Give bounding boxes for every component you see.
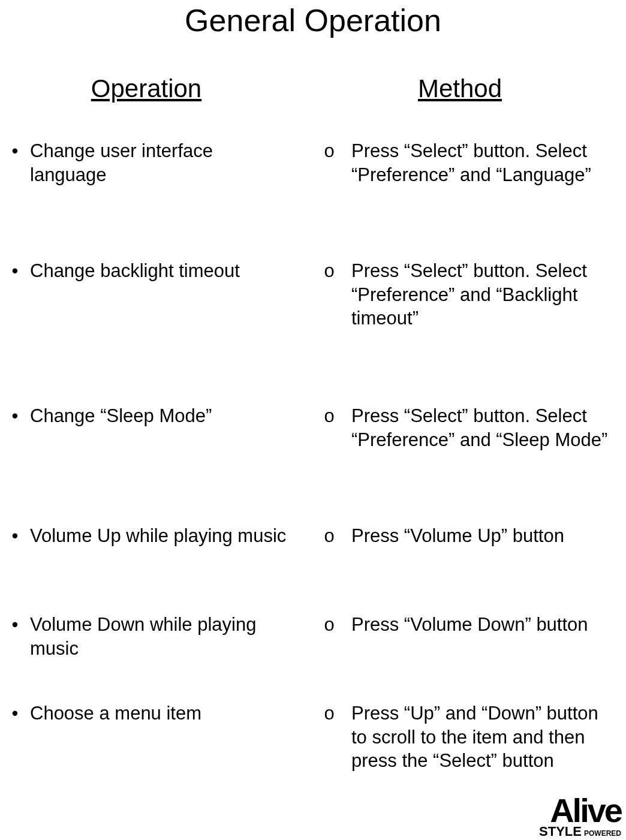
bullet-icon: • [0,701,30,821]
bullet-icon: • [0,139,30,237]
circle-bullet-icon: o [307,701,351,821]
list-item: o Press “Select” button. Select “Prefere… [307,259,613,383]
brand-style: STYLE [539,826,582,838]
circle-bullet-icon: o [307,524,351,591]
brand-powered: POWERED [584,830,621,837]
circle-bullet-icon: o [307,404,351,502]
list-item: o Press “Volume Down” button [307,613,613,680]
list-item: o Press “Select” button. Select “Prefere… [307,404,613,502]
list-item: o Press “Select” button. Select “Prefere… [307,139,613,237]
list-item: • Choose a menu item [0,701,293,821]
list-item: • Change user interface language [0,139,293,237]
brand-name: Alive [539,796,621,826]
operation-text: Volume Down while playing music [30,613,293,680]
operation-text: Change backlight timeout [30,259,293,383]
method-text: Press “Volume Up” button [351,524,613,591]
operation-text: Volume Up while playing music [30,524,293,591]
list-item: • Volume Down while playing music [0,613,293,680]
list-item: • Change backlight timeout [0,259,293,383]
circle-bullet-icon: o [307,259,351,383]
brand-logo: Alive STYLE POWERED [539,796,621,838]
bullet-icon: • [0,524,30,591]
circle-bullet-icon: o [307,139,351,237]
bullet-icon: • [0,259,30,383]
method-text: Press “Select” button. Select “Preferenc… [351,404,613,502]
bullet-icon: • [0,404,30,502]
method-text: Press “Volume Down” button [351,613,613,680]
operation-text: Choose a menu item [30,701,293,821]
page-title: General Operation [0,2,626,38]
list-item: • Volume Up while playing music [0,524,293,591]
method-column: Method o Press “Select” button. Select “… [307,74,613,840]
bullet-icon: • [0,613,30,680]
method-text: Press “Select” button. Select “Preferenc… [351,259,613,383]
list-item: o Press “Volume Up” button [307,524,613,591]
operation-column: Operation • Change user interface langua… [0,74,293,840]
operation-text: Change “Sleep Mode” [30,404,293,502]
list-item: • Change “Sleep Mode” [0,404,293,502]
operation-header: Operation [0,74,293,103]
columns-container: Operation • Change user interface langua… [0,74,626,840]
operation-text: Change user interface language [30,139,293,237]
method-text: Press “Select” button. Select “Preferenc… [351,139,613,237]
circle-bullet-icon: o [307,613,351,680]
method-header: Method [307,74,613,103]
